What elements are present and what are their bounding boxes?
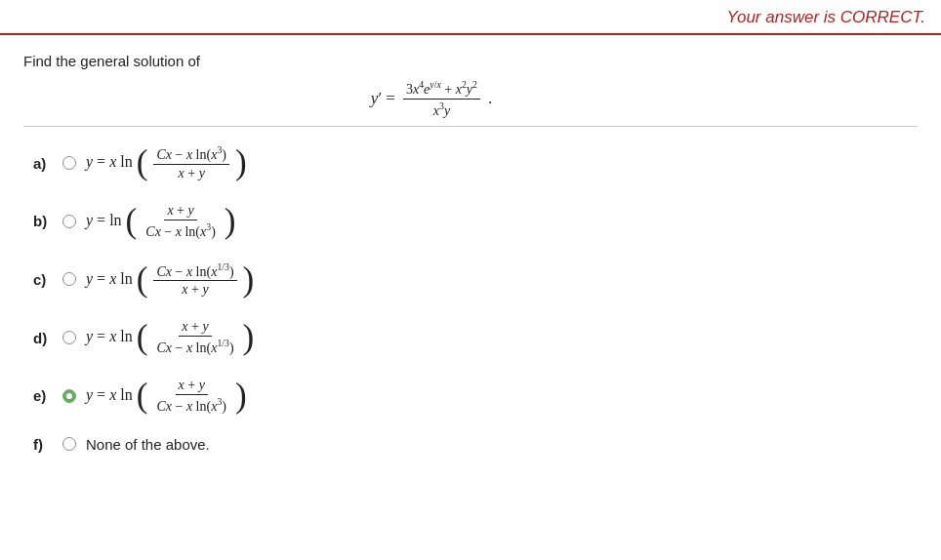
radio-c[interactable] — [62, 272, 76, 286]
choice-row-e: e) y = x ln ( x + y Cx − x ln(x3) ) — [33, 378, 908, 415]
ode-equation: y′ = 3x4ey/x + x2y2 x3y . — [371, 79, 492, 118]
lparen-b: ( — [126, 202, 138, 240]
frac-d-den: Cx − x ln(x1/3) — [153, 337, 236, 356]
lparen-e: ( — [137, 377, 148, 415]
radio-f[interactable] — [62, 437, 76, 451]
frac-e: x + y Cx − x ln(x3) — [153, 378, 229, 415]
frac-a-num: Cx − x ln(x3) — [153, 144, 229, 165]
frac-e-num: x + y — [176, 378, 208, 395]
lparen-c: ( — [137, 260, 148, 299]
choice-formula-f: None of the above. — [86, 436, 210, 453]
correct-status: Your answer is CORRECT. — [727, 8, 925, 26]
choice-formula-d: y = x ln ( x + y Cx − x ln(x1/3) ) — [86, 319, 254, 356]
frac-b-num: x + y — [164, 203, 196, 220]
problem-statement: Find the general solution of — [23, 53, 918, 69]
choice-formula-b: y = ln ( x + y Cx − x ln(x3) ) — [86, 203, 236, 240]
choice-label-d: d) — [33, 330, 62, 346]
lparen-a: ( — [137, 144, 148, 182]
top-bar: Your answer is CORRECT. — [0, 0, 941, 35]
radio-a[interactable] — [62, 156, 76, 170]
rparen-b: ) — [225, 202, 236, 240]
rparen-a: ) — [235, 144, 247, 182]
radio-d[interactable] — [62, 331, 76, 344]
choice-formula-a: y = x ln ( Cx − x ln(x3) x + y ) — [86, 144, 247, 181]
question-area: Find the general solution of y′ = 3x4ey/… — [0, 35, 941, 484]
frac-b-den: Cx − x ln(x3) — [143, 220, 219, 240]
ode-lhs: y′ = — [371, 89, 395, 108]
choice-row-a: a) y = x ln ( Cx − x ln(x3) x + y ) — [33, 144, 908, 181]
frac-e-den: Cx − x ln(x3) — [153, 395, 229, 415]
ode-period: . — [488, 89, 492, 108]
radio-b[interactable] — [62, 215, 76, 228]
frac-d-num: x + y — [179, 319, 211, 337]
divider — [23, 126, 918, 127]
frac-a: Cx − x ln(x3) x + y — [153, 144, 229, 181]
lparen-d: ( — [137, 319, 148, 357]
frac-c: Cx − x ln(x1/3) x + y — [153, 261, 236, 299]
choice-label-e: e) — [33, 387, 62, 404]
choice-row-c: c) y = x ln ( Cx − x ln(x1/3) x + y ) — [33, 261, 908, 299]
ode-display: y′ = 3x4ey/x + x2y2 x3y . — [23, 79, 918, 118]
rparen-d: ) — [243, 319, 255, 357]
frac-a-den: x + y — [176, 165, 208, 181]
rparen-e: ) — [235, 377, 247, 415]
frac-c-num: Cx − x ln(x1/3) — [153, 261, 236, 282]
radio-e[interactable] — [62, 389, 76, 403]
choice-label-c: c) — [33, 271, 62, 288]
ode-numerator: 3x4ey/x + x2y2 — [403, 79, 480, 100]
frac-c-den: x + y — [179, 281, 211, 298]
choice-formula-e: y = x ln ( x + y Cx − x ln(x3) ) — [86, 378, 247, 415]
choice-formula-c: y = x ln ( Cx − x ln(x1/3) x + y ) — [86, 261, 254, 299]
choice-row-b: b) y = ln ( x + y Cx − x ln(x3) ) — [33, 203, 908, 240]
ode-denominator: x3y — [430, 100, 453, 119]
rparen-c: ) — [243, 260, 255, 299]
ode-fraction: 3x4ey/x + x2y2 x3y — [403, 79, 480, 118]
choice-row-d: d) y = x ln ( x + y Cx − x ln(x1/3) ) — [33, 319, 908, 356]
choice-label-b: b) — [33, 213, 62, 229]
choices-container: a) y = x ln ( Cx − x ln(x3) x + y ) b) y… — [23, 144, 918, 452]
choice-label-f: f) — [33, 436, 62, 453]
frac-b: x + y Cx − x ln(x3) — [143, 203, 219, 240]
choice-row-f: f) None of the above. — [33, 436, 908, 453]
choice-label-a: a) — [33, 155, 62, 172]
frac-d: x + y Cx − x ln(x1/3) — [153, 319, 236, 356]
